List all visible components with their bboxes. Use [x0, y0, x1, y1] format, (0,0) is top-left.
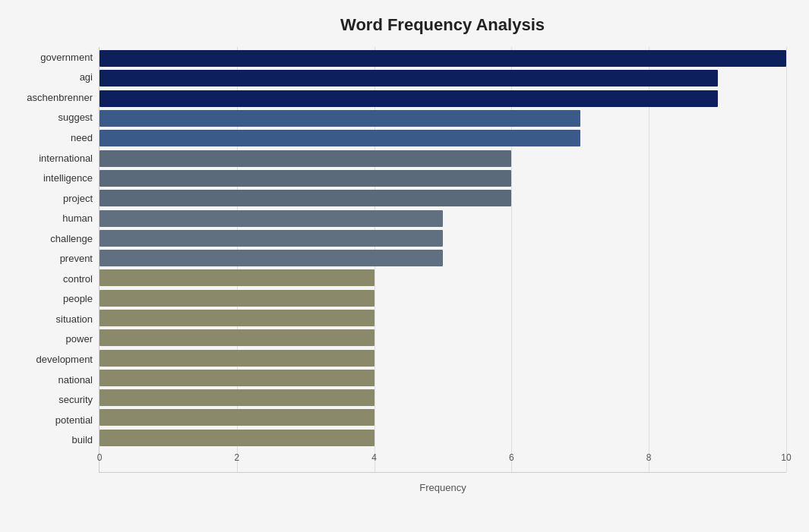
- bar-row: [100, 148, 786, 168]
- bar: [100, 350, 374, 367]
- chart-area: governmentagiaschenbrennersuggestneedint…: [8, 47, 786, 473]
- bar: [100, 370, 374, 386]
- y-label: power: [8, 334, 99, 344]
- bar: [100, 210, 443, 227]
- y-label: international: [8, 153, 99, 163]
- bar: [100, 50, 786, 67]
- x-tick: 4: [371, 452, 377, 463]
- y-label: project: [8, 194, 99, 203]
- y-label: suggest: [8, 112, 99, 122]
- x-axis: Frequency 0246810: [100, 449, 786, 472]
- x-tick: 10: [781, 452, 791, 463]
- bar-row: [100, 168, 786, 188]
- bar-row: [100, 208, 786, 228]
- y-label: need: [8, 133, 99, 143]
- bar: [100, 230, 443, 247]
- bar: [100, 110, 580, 127]
- x-tick: 6: [509, 452, 514, 463]
- y-labels: governmentagiaschenbrennersuggestneedint…: [8, 47, 99, 473]
- y-label: human: [8, 213, 99, 223]
- bar-row: [100, 428, 786, 448]
- y-label: aschenbrenner: [8, 93, 99, 102]
- y-label: development: [8, 354, 99, 364]
- bar-row: [100, 188, 786, 208]
- bar-row: [100, 109, 786, 128]
- y-label: build: [8, 435, 99, 445]
- bar-row: [100, 288, 786, 308]
- bar-row: [100, 228, 786, 248]
- bar-row: [100, 128, 786, 148]
- bar-row: [100, 328, 786, 348]
- y-label: prevent: [8, 253, 99, 263]
- x-axis-label: Frequency: [419, 482, 466, 493]
- bar-row: [100, 268, 786, 288]
- bar-row: [100, 89, 786, 109]
- bar-row: [100, 308, 786, 328]
- y-label: intelligence: [8, 173, 99, 183]
- bar: [100, 389, 374, 406]
- y-label: national: [8, 375, 99, 385]
- bar: [100, 290, 374, 307]
- bar: [100, 329, 374, 346]
- bar-row: [100, 348, 786, 367]
- bars-wrapper: [100, 47, 786, 449]
- x-tick: 2: [234, 452, 239, 463]
- bar-row: [100, 49, 786, 68]
- x-tick: 0: [97, 452, 103, 463]
- y-label: security: [8, 395, 99, 405]
- chart-container: Word Frequency Analysis governmentagiasc…: [0, 0, 809, 532]
- bar: [100, 70, 718, 87]
- bar: [100, 250, 443, 266]
- y-label: situation: [8, 314, 99, 324]
- bar: [100, 130, 580, 146]
- bar: [100, 269, 374, 286]
- y-label: government: [8, 52, 99, 62]
- bar: [100, 170, 511, 187]
- grid-line: [786, 47, 787, 472]
- y-label: challenge: [8, 234, 99, 244]
- bar: [100, 430, 374, 446]
- x-tick: 8: [646, 452, 652, 463]
- plot-area: Frequency 0246810: [99, 47, 786, 473]
- bar-row: [100, 368, 786, 388]
- bar-row: [100, 388, 786, 408]
- y-label: people: [8, 294, 99, 304]
- bar: [100, 90, 718, 107]
- bar: [100, 409, 374, 426]
- bar: [100, 310, 374, 326]
- y-label: control: [8, 274, 99, 284]
- chart-title: Word Frequency Analysis: [8, 15, 786, 35]
- bar: [100, 190, 511, 206]
- bar-row: [100, 408, 786, 427]
- bar-row: [100, 68, 786, 88]
- y-label: potential: [8, 415, 99, 425]
- bar-row: [100, 248, 786, 268]
- y-label: agi: [8, 72, 99, 82]
- bar: [100, 150, 511, 167]
